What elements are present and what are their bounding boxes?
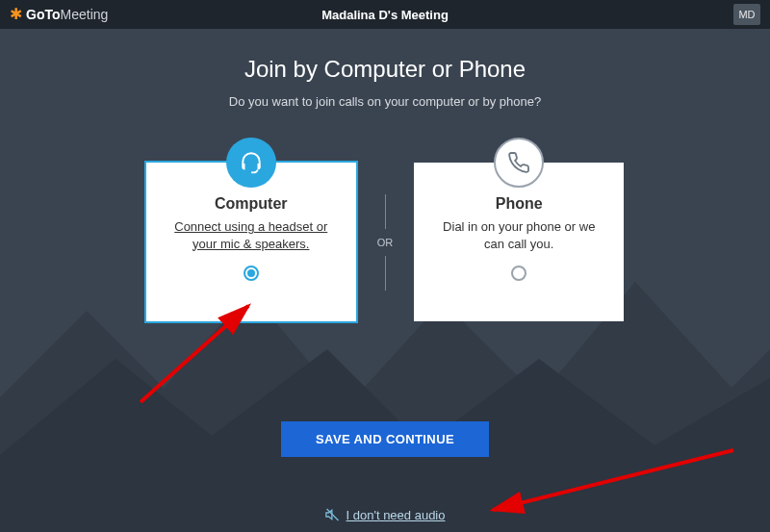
option-computer-radio[interactable] [244,266,259,281]
brand-name-light: Meeting [61,7,109,22]
option-phone-description: Dial in on your phone or we can call you… [431,218,606,252]
headset-icon [226,138,276,188]
separator-bar-top [385,194,386,229]
svg-point-0 [251,171,253,173]
app-header: ✱ GoToMeeting Madalina D's Meeting MD [0,0,770,29]
page-heading: Join by Computer or Phone [0,56,770,83]
brand-name-bold: GoTo [26,7,61,22]
option-phone-card[interactable]: Phone Dial in on your phone or we can ca… [414,163,624,321]
save-continue-button[interactable]: SAVE AND CONTINUE [281,421,489,457]
skip-audio-label: I don't need audio [346,508,446,522]
page-subheading: Do you want to join calls on your comput… [0,94,770,109]
or-separator: OR [377,194,394,291]
speaker-mute-icon [325,507,341,522]
option-phone-radio[interactable] [511,266,526,281]
daisy-icon: ✱ [10,7,22,22]
brand-logo: ✱ GoToMeeting [10,7,108,22]
option-computer-title: Computer [164,195,339,213]
main-content: Join by Computer or Phone Do you want to… [0,29,770,457]
phone-icon [494,138,544,188]
skip-audio-link[interactable]: I don't need audio [325,507,446,522]
user-avatar[interactable]: MD [733,4,760,25]
option-phone-title: Phone [431,195,606,213]
option-computer-card[interactable]: Computer Connect using a headset or your… [146,163,356,321]
audio-options: Computer Connect using a headset or your… [0,163,770,321]
svg-line-4 [493,450,733,510]
option-computer-description: Connect using a headset or your mic & sp… [164,218,339,252]
separator-bar-bottom [385,256,386,291]
or-label: OR [377,237,394,248]
meeting-title: Madalina D's Meeting [321,8,449,22]
